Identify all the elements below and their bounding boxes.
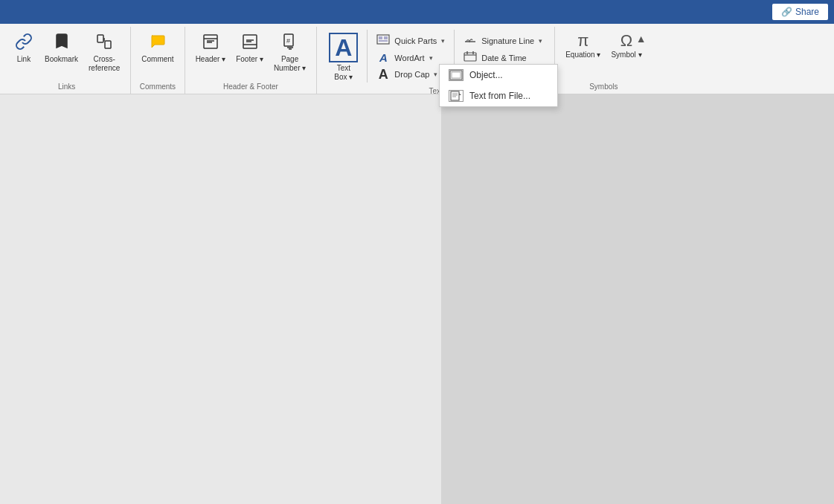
- comment-label: Comment: [141, 55, 173, 64]
- link-label: Link: [17, 55, 31, 64]
- svg-rect-14: [379, 40, 388, 42]
- hf-group-label: Header & Footer: [191, 80, 311, 94]
- top-bar: 🔗 Share: [0, 0, 834, 24]
- dropdown-object-label: Object...: [469, 70, 503, 80]
- cross-reference-icon: [95, 33, 113, 54]
- bookmark-icon: [53, 33, 71, 54]
- header-button[interactable]: Header ▾: [191, 30, 231, 67]
- drop-cap-icon: A: [376, 68, 390, 81]
- svg-rect-17: [464, 53, 476, 61]
- date-time-icon: [463, 51, 477, 65]
- dropdown-text-from-file-label: Text from File...: [469, 91, 530, 101]
- ribbon-group-comments: Comment Comments: [131, 27, 185, 94]
- drop-cap-label: Drop Cap: [394, 70, 429, 79]
- signature-line-icon: [463, 34, 477, 48]
- ribbon-collapse-button[interactable]: ▲: [636, 33, 647, 45]
- page-area-left: [0, 94, 441, 504]
- date-time-label: Date & Time: [481, 54, 527, 62]
- footer-button[interactable]: Footer ▾: [231, 30, 268, 67]
- ribbon-group-hf-items: Header ▾ Footer ▾: [191, 27, 311, 80]
- share-button[interactable]: 🔗 Share: [772, 4, 828, 20]
- symbols-group-label: Symbols: [561, 80, 646, 94]
- ribbon-group-links: Link Bookmark: [3, 27, 131, 94]
- text-box-button[interactable]: A TextBox ▾: [323, 30, 364, 85]
- ribbon: Link Bookmark: [0, 24, 834, 94]
- page-number-button[interactable]: # PageNumber ▾: [269, 30, 310, 76]
- page-number-icon: #: [281, 33, 299, 54]
- quick-parts-button[interactable]: Quick Parts ▾: [371, 33, 451, 49]
- quick-parts-label: Quick Parts: [394, 36, 437, 45]
- svg-rect-0: [97, 35, 103, 42]
- comment-icon: [149, 33, 167, 54]
- comment-button[interactable]: Comment: [137, 30, 178, 67]
- page-number-label: PageNumber ▾: [274, 55, 306, 73]
- header-icon: [202, 33, 219, 54]
- equation-icon: π: [577, 33, 588, 49]
- signature-line-arrow: ▾: [539, 37, 542, 45]
- link-button[interactable]: Link: [9, 30, 39, 67]
- equation-button[interactable]: π Equation ▾: [561, 30, 605, 62]
- text-box-label: TextBox ▾: [334, 64, 353, 82]
- signature-line-label: Signature Line: [481, 36, 534, 45]
- svg-rect-15: [384, 36, 388, 39]
- svg-rect-13: [379, 36, 382, 39]
- ribbon-group-links-items: Link Bookmark: [9, 27, 124, 80]
- dropdown-text-icon: [449, 90, 463, 102]
- svg-rect-24: [452, 72, 461, 78]
- quick-parts-icon: [376, 34, 390, 48]
- dropdown-item-text-from-file[interactable]: Text from File...: [440, 85, 557, 106]
- ribbon-content: Link Bookmark: [0, 27, 834, 94]
- link-icon: [15, 33, 33, 54]
- dropdown-item-object[interactable]: Object...: [440, 65, 557, 85]
- text-box-icon: A: [329, 33, 358, 62]
- wordart-arrow: ▾: [429, 54, 433, 62]
- page-area-right: [441, 94, 834, 504]
- comments-group-label: Comments: [137, 80, 178, 94]
- symbol-icon: Ω: [620, 33, 632, 49]
- cross-reference-button[interactable]: Cross-reference: [84, 30, 124, 76]
- share-icon: 🔗: [781, 7, 792, 17]
- ribbon-group-symbols-items: π Equation ▾ Ω Symbol ▾: [561, 27, 646, 80]
- wordart-button[interactable]: A WordArt ▾: [371, 50, 451, 65]
- dropdown-object-icon: [449, 69, 463, 81]
- quick-parts-arrow: ▾: [441, 37, 445, 45]
- bookmark-button[interactable]: Bookmark: [40, 30, 83, 67]
- header-label: Header ▾: [196, 55, 226, 64]
- svg-text:#: #: [286, 37, 290, 45]
- ribbon-group-symbols: π Equation ▾ Ω Symbol ▾ ▲ Symbols: [555, 27, 652, 94]
- share-label: Share: [795, 7, 819, 17]
- links-group-label: Links: [9, 80, 124, 94]
- svg-rect-25: [451, 91, 459, 100]
- equation-label: Equation ▾: [565, 51, 600, 59]
- svg-rect-1: [105, 41, 111, 48]
- ribbon-group-comments-items: Comment: [137, 27, 178, 80]
- drop-cap-arrow: ▾: [434, 71, 437, 78]
- content-area: [0, 94, 834, 504]
- wordart-icon: A: [376, 51, 390, 64]
- ribbon-group-header-footer: Header ▾ Footer ▾: [185, 27, 318, 94]
- footer-label: Footer ▾: [236, 55, 263, 64]
- bookmark-label: Bookmark: [45, 55, 78, 64]
- cross-reference-label: Cross-reference: [89, 55, 120, 73]
- object-dropdown-menu: Object... Text from File...: [439, 64, 558, 107]
- svg-rect-2: [204, 35, 217, 48]
- signature-line-button[interactable]: Signature Line ▾: [458, 33, 548, 49]
- wordart-label: WordArt: [394, 54, 424, 62]
- symbol-label: Symbol ▾: [611, 51, 641, 59]
- footer-icon: [241, 33, 259, 54]
